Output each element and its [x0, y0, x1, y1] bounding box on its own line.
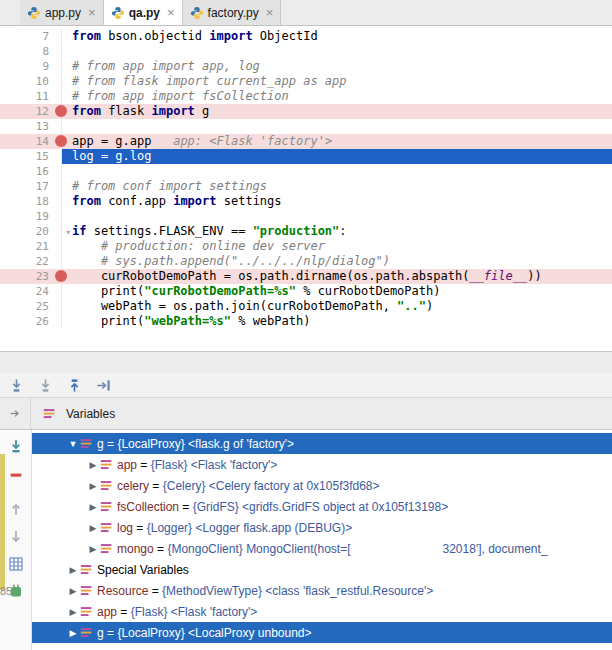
variable-row[interactable]: ▶Resource = {MethodViewType} <class 'fla…	[32, 580, 612, 601]
code-text[interactable]: webPath = os.path.join(curRobotDemoPath,…	[62, 299, 612, 314]
editor-tab[interactable]: factory.py×	[183, 0, 282, 25]
expand-arrow-icon[interactable]: ▶	[66, 607, 80, 617]
editor-gutter[interactable]: 25	[0, 299, 62, 314]
variable-name: celery	[117, 479, 149, 493]
show-execution-point-icon[interactable]	[8, 438, 24, 454]
variable-name: g	[97, 437, 104, 451]
code-text[interactable]: from conf.app import settings	[62, 194, 612, 209]
editor-gutter[interactable]: 20▾	[0, 224, 62, 239]
equals-sign: =	[117, 605, 131, 619]
variable-row[interactable]: ▼g = {LocalProxy} <flask.g of 'factory'>	[32, 433, 612, 454]
close-tab-icon[interactable]: ×	[88, 6, 96, 19]
grid-icon[interactable]	[8, 556, 24, 572]
code-text[interactable]	[62, 209, 612, 224]
editor-gutter[interactable]: 22	[0, 254, 62, 269]
debugger-variables-panel: 85 ▼g = {LocalProxy} <flask.g of 'factor…	[0, 430, 612, 650]
code-text[interactable]: # from app import app, log	[62, 59, 612, 74]
editor-gutter[interactable]: 16	[0, 164, 62, 179]
code-text[interactable]	[62, 119, 612, 134]
code-text[interactable]: if settings.FLASK_ENV == "production":	[62, 224, 612, 239]
frames-arrow-icon[interactable]	[0, 398, 31, 429]
editor-gutter[interactable]: 23	[0, 269, 62, 284]
tab-variables[interactable]: Variables	[31, 398, 127, 429]
expand-arrow-icon[interactable]: ▶	[86, 502, 100, 512]
code-text[interactable]: # sys.path.append("../../../nlp/dialog")	[62, 254, 612, 269]
expand-arrow-icon[interactable]: ▶	[86, 523, 100, 533]
special-variables-icon	[80, 563, 97, 576]
variable-value: <Flask 'factory'>	[191, 458, 278, 472]
breakpoint-icon[interactable]	[55, 135, 67, 147]
run-to-cursor-icon[interactable]	[95, 377, 112, 394]
code-text[interactable]: print("curRobotDemoPath=%s" % curRobotDe…	[62, 284, 612, 299]
code-text[interactable]: from bson.objectid import ObjectId	[62, 29, 612, 44]
expand-arrow-icon[interactable]: ▶	[86, 544, 100, 554]
variable-row[interactable]: ▶log = {Logger} <Logger flask.app (DEBUG…	[32, 517, 612, 538]
step-out-icon[interactable]	[66, 377, 83, 394]
editor-gutter[interactable]: 8	[0, 44, 62, 59]
editor-gutter[interactable]: 10	[0, 74, 62, 89]
code-line: 25 webPath = os.path.join(curRobotDemoPa…	[0, 299, 612, 314]
editor-gutter[interactable]: 15	[0, 149, 62, 164]
editor-gutter[interactable]: 11	[0, 89, 62, 104]
expand-arrow-icon[interactable]: ▶	[66, 586, 80, 596]
editor-gutter[interactable]: 13	[0, 119, 62, 134]
code-text[interactable]: curRobotDemoPath = os.path.dirname(os.pa…	[62, 269, 612, 284]
variable-row[interactable]: ▶app = {Flask} <Flask 'factory'>	[32, 454, 612, 475]
variable-type: {LocalProxy}	[117, 437, 188, 451]
plugin-icon[interactable]	[8, 583, 24, 599]
editor-gutter[interactable]: 26	[0, 314, 62, 329]
editor-gutter[interactable]: 9	[0, 59, 62, 74]
editor-gutter[interactable]: 21	[0, 239, 62, 254]
collapse-arrow-icon[interactable]: ▼	[66, 439, 80, 449]
step-into-icon[interactable]	[8, 377, 25, 394]
editor-tab[interactable]: qa.py×	[104, 0, 183, 25]
editor-gutter[interactable]: 18	[0, 194, 62, 209]
editor-debugger-splitter[interactable]	[0, 351, 612, 373]
minus-icon[interactable]	[8, 467, 24, 483]
editor-gutter[interactable]: 19	[0, 209, 62, 224]
expand-arrow-icon[interactable]: ▶	[66, 628, 80, 638]
breakpoint-icon[interactable]	[55, 270, 67, 282]
code-text[interactable]	[62, 44, 612, 59]
tab-label: app.py	[45, 6, 81, 20]
code-line: 7from bson.objectid import ObjectId	[0, 29, 612, 44]
variable-row[interactable]: ▶fsCollection = {GridFS} <gridfs.GridFS …	[32, 496, 612, 517]
editor-tab[interactable]: app.py×	[20, 0, 104, 25]
variable-row[interactable]: ▶app = {Flask} <Flask 'factory'>	[32, 601, 612, 622]
code-text[interactable]: app = g.app app: <Flask 'factory'>	[62, 134, 612, 149]
code-line: 14app = g.app app: <Flask 'factory'>	[0, 134, 612, 149]
breakpoint-icon[interactable]	[55, 105, 67, 117]
up-arrow-icon[interactable]	[8, 501, 24, 517]
expand-arrow-icon[interactable]: ▶	[86, 460, 100, 470]
expand-arrow-icon[interactable]: ▶	[66, 565, 80, 575]
code-line: 22 # sys.path.append("../../../nlp/dialo…	[0, 254, 612, 269]
editor-gutter[interactable]: 7	[0, 29, 62, 44]
fold-arrow-icon[interactable]: ▾	[66, 225, 71, 240]
code-line: 23 curRobotDemoPath = os.path.dirname(os…	[0, 269, 612, 284]
editor-gutter[interactable]: 14	[0, 134, 62, 149]
variable-row[interactable]: ▶Special Variables	[32, 559, 612, 580]
code-text[interactable]: # production: online dev server	[62, 239, 612, 254]
editor-gutter[interactable]: 17	[0, 179, 62, 194]
expand-arrow-icon[interactable]: ▶	[86, 481, 100, 491]
variable-row[interactable]: ▶celery = {Celery} <Celery factory at 0x…	[32, 475, 612, 496]
code-text[interactable]: from flask import g	[62, 104, 612, 119]
close-tab-icon[interactable]: ×	[167, 6, 175, 19]
variable-value: <Celery factory at 0x105f3fd68>	[209, 479, 380, 493]
code-text[interactable]: # from app import fsCollection	[62, 89, 612, 104]
equals-sign: =	[104, 626, 118, 640]
variable-icon	[100, 500, 117, 513]
code-text[interactable]	[62, 164, 612, 179]
code-text[interactable]: print("webPath=%s" % webPath)	[62, 314, 612, 329]
variable-row[interactable]: ▶mongo = {MongoClient} MongoClient(host=…	[32, 538, 612, 559]
editor-gutter[interactable]: 12	[0, 104, 62, 119]
code-text[interactable]: log = g.log	[62, 149, 612, 164]
variable-row[interactable]: ▶g = {LocalProxy} <LocalProxy unbound>	[32, 622, 612, 643]
editor-gutter[interactable]: 24	[0, 284, 62, 299]
code-text[interactable]: # from flask import current_app as app	[62, 74, 612, 89]
line-number: 23	[36, 270, 49, 283]
code-text[interactable]: # from conf import settings	[62, 179, 612, 194]
down-arrow-icon[interactable]	[8, 529, 24, 545]
close-tab-icon[interactable]: ×	[266, 6, 274, 19]
step-into-my-code-icon[interactable]	[37, 377, 54, 394]
